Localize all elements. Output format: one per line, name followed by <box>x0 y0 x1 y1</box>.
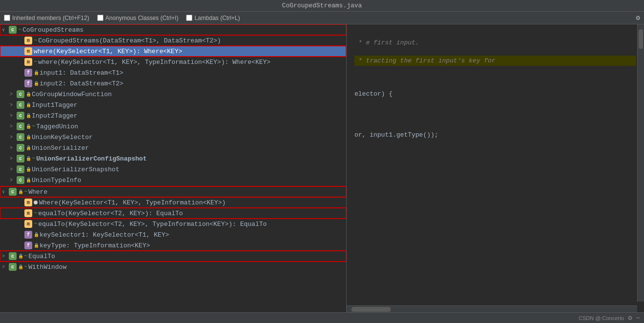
left-panel[interactable]: ∨ c ~ CoGroupedStreams m ~ CoGroupedStre… <box>0 24 347 312</box>
lock-icon: 🔒 <box>26 124 31 129</box>
scrollbar-track[interactable] <box>637 24 644 302</box>
code-line-selector: elector) { <box>354 89 636 99</box>
tree-item-equalto1[interactable]: m ~ equalTo(KeySelector<T2, KEY>): Equal… <box>0 208 346 219</box>
tree-item-taggedunion[interactable]: > c 🔒 ~ TaggedUnion <box>0 121 346 132</box>
tree-item-where-class[interactable]: ∨ c 🔒 ~ Where <box>0 186 346 197</box>
expand-arrow[interactable]: ∨ <box>2 189 9 195</box>
tree-item-unionkeyselector[interactable]: > c 🔒 UnionKeySelector <box>0 132 346 142</box>
expand-arrow[interactable]: > <box>10 113 17 119</box>
anonymous-classes-checkbox[interactable] <box>97 15 104 21</box>
lock-icon: 🔒 <box>26 145 31 150</box>
tree-item-cogroupwindowfunction[interactable]: > c 🔒 CoGroupWindowFunction <box>0 89 346 100</box>
expand-arrow[interactable]: > <box>10 145 17 151</box>
expand-arrow[interactable]: > <box>10 102 17 108</box>
item-label: keySelector1: KeySelector<T1, KEY> <box>40 231 169 239</box>
expand-arrow[interactable]: > <box>2 264 9 270</box>
title-bar: CoGroupedStreams.java <box>0 0 644 12</box>
expand-arrow[interactable]: > <box>10 124 17 129</box>
dot-icon <box>34 201 38 204</box>
tree-item-where2[interactable]: m ~ where(KeySelector<T1, KEY>, TypeInfo… <box>0 57 346 67</box>
anonymous-classes-checkbox-label[interactable]: Anonymous Classes (Ctrl+I) <box>97 15 179 21</box>
expand-arrow[interactable]: > <box>10 167 17 172</box>
item-label: input2: DataStream<T2> <box>40 80 124 87</box>
code-line-comment1: * e first input. <box>354 38 636 48</box>
badge-method: m <box>24 37 32 44</box>
tree-item-input2tagger[interactable]: > c 🔒 Input2Tagger <box>0 110 346 121</box>
inherited-members-label: Inherited members (Ctrl+F12) <box>12 15 89 21</box>
expand-arrow[interactable]: > <box>10 178 17 183</box>
item-label: UnionSerializerConfigSnapshot <box>36 155 146 162</box>
expand-arrow[interactable]: ∨ <box>2 27 9 33</box>
tree-item-where1[interactable]: m where(KeySelector<T1, KEY>): Where<KEY… <box>0 46 346 57</box>
tree-item-input1[interactable]: f 🔒 input1: DataStream<T1> <box>0 67 346 78</box>
anonymous-classes-label: Anonymous Classes (Ctrl+I) <box>105 15 179 21</box>
tilde-icon: ~ <box>32 123 35 130</box>
tree-item-uniontypeinfo[interactable]: > c 🔒 UnionTypeInfo <box>0 175 346 185</box>
lock-icon: 🔒 <box>26 102 31 107</box>
badge-field: f <box>24 242 32 249</box>
tree-item-cogroupedstreams[interactable]: ∨ c ~ CoGroupedStreams <box>0 24 346 35</box>
item-label: equalTo(KeySelector<T2, KEY>, TypeInform… <box>38 221 267 228</box>
lock-icon: 🔒 <box>26 167 31 172</box>
expand-arrow[interactable]: > <box>2 254 9 259</box>
tree-item-equalto-class[interactable]: > c 🔒 ~ EqualTo <box>0 251 346 262</box>
gear-icon-status[interactable]: ⚙ <box>628 314 632 322</box>
item-label: UnionSerializerSnapshot <box>32 166 119 173</box>
tree-item-where-constructor[interactable]: m Where(KeySelector<T1, KEY>, TypeInform… <box>0 197 346 208</box>
inherited-members-checkbox[interactable] <box>4 15 10 21</box>
lock-icon: 🔒 <box>26 92 31 97</box>
expand-arrow[interactable]: > <box>10 135 17 140</box>
tree-item-constructor1[interactable]: m ~ CoGroupedStreams(DataStream<T1>, Dat… <box>0 35 346 46</box>
title-text: CoGroupedStreams.java <box>282 2 362 9</box>
badge-class: c <box>17 165 24 173</box>
scrollbar-horizontal-thumb[interactable] <box>352 307 391 312</box>
tree-item-unionserializersnapshot[interactable]: > c 🔒 UnionSerializerSnapshot <box>0 164 346 175</box>
item-label: Input2Tagger <box>32 112 78 120</box>
badge-class: c <box>17 112 24 120</box>
badge-class: c <box>17 176 24 184</box>
tilde-icon: ~ <box>24 188 27 195</box>
expand-arrow[interactable]: > <box>10 92 17 97</box>
right-panel: * e first input. * tracting the first in… <box>347 24 644 312</box>
item-label: CoGroupWindowFunction <box>32 91 112 98</box>
item-label: TaggedUnion <box>36 123 78 130</box>
toolbar: Inherited members (Ctrl+F12) Anonymous C… <box>0 12 644 24</box>
item-label: WithWindow <box>28 263 66 271</box>
badge-class: c <box>17 133 24 141</box>
scrollbar-horizontal-track[interactable] <box>347 305 637 312</box>
code-comment-yellow: * tracting the first input's key for <box>354 57 496 64</box>
badge-method: m <box>24 47 32 55</box>
tree-item-keyselector1[interactable]: f 🔒 keySelector1: KeySelector<T1, KEY> <box>0 229 346 240</box>
watermark-text: CSDN @:Concerto <box>579 315 624 321</box>
tree-item-equalto2[interactable]: m ~ equalTo(KeySelector<T2, KEY>, TypeIn… <box>0 219 346 229</box>
tree-item-input1tagger[interactable]: > c 🔒 Input1Tagger <box>0 100 346 110</box>
tree-item-unionserializerconfigsnapshot[interactable]: > c 🔒 ~ UnionSerializerConfigSnapshot <box>0 153 346 164</box>
lock-icon: 🔒 <box>26 135 31 140</box>
lock-icon: 🔒 <box>34 81 39 86</box>
gear-icon[interactable]: ⚙ <box>636 14 640 22</box>
expand-arrow[interactable]: > <box>10 156 17 162</box>
lock-icon: 🔒 <box>34 232 39 237</box>
lambdas-checkbox[interactable] <box>186 15 192 21</box>
inherited-members-checkbox-label[interactable]: Inherited members (Ctrl+F12) <box>4 15 89 21</box>
tree-item-input2[interactable]: f 🔒 input2: DataStream<T2> <box>0 78 346 89</box>
item-label: UnionTypeInfo <box>32 177 81 184</box>
code-area: * e first input. * tracting the first in… <box>347 24 644 143</box>
item-label: CoGroupedStreams(DataStream<T1>, DataStr… <box>38 37 221 44</box>
item-label: Input1Tagger <box>32 101 78 109</box>
minus-icon-status[interactable]: − <box>636 314 640 322</box>
tree-item-withwindow[interactable]: > c 🔒 ~ WithWindow <box>0 262 346 272</box>
scrollbar-thumb[interactable] <box>639 29 643 49</box>
code-line-gettype: or, input1.getType()); <box>354 130 636 140</box>
badge-method: m <box>24 58 32 66</box>
lock-icon: 🔒 <box>34 243 39 248</box>
item-label: where(KeySelector<T1, KEY>, TypeInformat… <box>38 59 270 66</box>
tree-item-keytype[interactable]: f 🔒 keyType: TypeInformation<KEY> <box>0 240 346 251</box>
badge-field: f <box>24 231 32 239</box>
item-label: where(KeySelector<T1, KEY>): Where<KEY> <box>34 48 182 55</box>
lambdas-checkbox-label[interactable]: Lambdas (Ctrl+L) <box>186 15 240 21</box>
tilde-icon: ~ <box>34 59 37 65</box>
tree-item-unionserializer[interactable]: > c 🔒 UnionSerializer <box>0 142 346 153</box>
badge-class: c <box>9 263 17 271</box>
item-label: Where <box>28 188 47 196</box>
